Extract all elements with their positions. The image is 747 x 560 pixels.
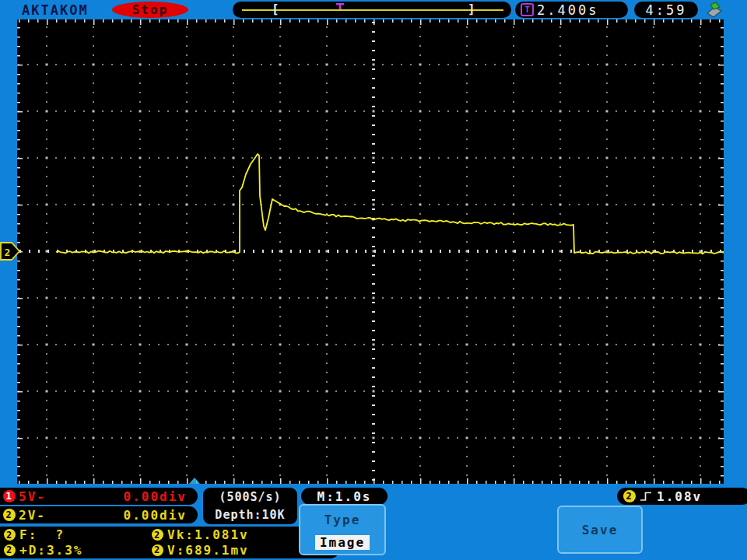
- measurement-badge: 2: [4, 529, 16, 541]
- run-stop-indicator[interactable]: Stop: [112, 2, 188, 18]
- record-window-left-bracket: [: [272, 2, 279, 16]
- measurement-text: F: ?: [19, 527, 65, 542]
- timebase-readout: M:1.0s: [301, 488, 388, 505]
- channel-1-badge: 1: [3, 490, 16, 502]
- trigger-time-readout: T 2.400s: [515, 2, 628, 18]
- channel-1-status[interactable]: 1 5V- 0.00div: [0, 488, 198, 505]
- trigger-source-badge: 2: [623, 490, 636, 502]
- trigger-t-icon: T: [521, 3, 534, 16]
- clock-readout: 4:59: [634, 2, 698, 18]
- channel-2-offset: 0.00div: [124, 508, 198, 523]
- bottom-position-marker: [189, 478, 200, 484]
- rising-edge-icon: [640, 490, 653, 502]
- run-stop-label: Stop: [132, 2, 169, 17]
- acquisition-status: (500S/s) Depth:10K: [203, 488, 297, 524]
- record-position-bar: [ ]: [233, 2, 511, 18]
- record-depth: Depth:10K: [215, 506, 285, 524]
- record-bar-line: [242, 9, 503, 11]
- type-button[interactable]: Type Image: [299, 504, 386, 555]
- channel-1-scale: 5V-: [19, 489, 46, 504]
- record-window-right-bracket: ]: [468, 2, 475, 16]
- channel-2-badge: 2: [3, 509, 16, 521]
- oscilloscope-screen: AKTAKOM Stop [ ] T 2.400s 4:59 2 1 5V- 0…: [0, 0, 747, 560]
- measurement-frequency: 2 F: ?: [4, 527, 152, 542]
- timebase-value: M:1.0s: [317, 489, 372, 504]
- brand-label: AKTAKOM: [22, 2, 89, 18]
- trigger-level-value: 1.08v: [657, 489, 702, 504]
- channel-2-status[interactable]: 2 2V- 0.00div: [0, 506, 198, 523]
- sample-rate: (500S/s): [219, 488, 281, 506]
- measurement-text: Vk:1.081v: [167, 527, 249, 542]
- channel-1-offset: 0.00div: [124, 489, 198, 504]
- waveform-plot: [17, 19, 724, 484]
- channel-2-scale: 2V-: [19, 508, 46, 523]
- measurements-panel: 2 F: ? 2 Vk:1.081v 2 +D:3.3% 2 V:689.1mv: [0, 527, 340, 558]
- measurement-duty: 2 +D:3.3%: [4, 543, 152, 558]
- type-button-label: Type: [300, 513, 384, 527]
- save-button-label: Save: [582, 523, 619, 537]
- trigger-time-value: 2.400s: [537, 2, 598, 18]
- channel-2-marker-label: 2: [5, 247, 11, 258]
- trigger-level-readout: 2 1.08v: [617, 488, 747, 505]
- trigger-position-t-icon: [335, 2, 345, 10]
- measurement-badge: 2: [152, 544, 163, 556]
- waveform-ch2: [56, 154, 724, 254]
- measurement-badge: 2: [4, 544, 16, 556]
- usb-flash-icon: [702, 1, 725, 19]
- graticule-area: [17, 19, 724, 484]
- measurement-text: V:689.1mv: [167, 543, 249, 558]
- channel-2-marker[interactable]: 2: [0, 240, 23, 263]
- clock-value: 4:59: [646, 2, 687, 18]
- measurement-text: +D:3.3%: [19, 543, 82, 558]
- type-button-value[interactable]: Image: [315, 535, 370, 550]
- measurement-badge: 2: [152, 529, 163, 541]
- save-button[interactable]: Save: [557, 506, 643, 554]
